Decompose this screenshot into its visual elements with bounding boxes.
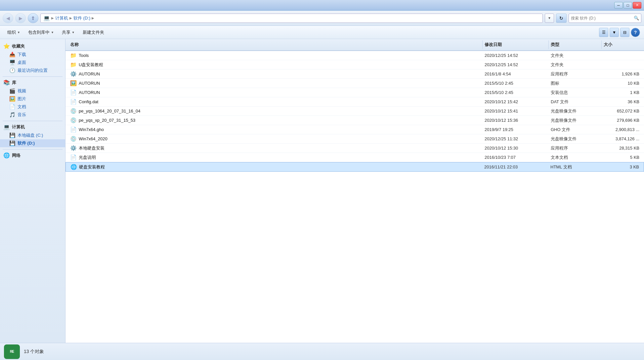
column-size[interactable]: 大小	[602, 40, 641, 49]
table-row[interactable]: 📁 U盘安装教程 2020/12/25 14:52 文件夹	[65, 60, 644, 69]
table-row[interactable]: 📁 Tools 2020/12/25 14:52 文件夹	[65, 51, 644, 60]
sidebar-item-music[interactable]: 🎵 音乐	[0, 111, 65, 119]
file-icon: 📁	[70, 52, 77, 59]
favorites-header: ⭐ 收藏夹	[0, 42, 65, 51]
file-type: HTML 文档	[548, 163, 601, 171]
sidebar-item-desktop[interactable]: 🖥️ 桌面	[0, 59, 65, 67]
table-row[interactable]: 🖼️ AUTORUN 2015/5/10 2:45 图标 10 KB	[65, 79, 644, 88]
desktop-label: 桌面	[18, 60, 26, 66]
include-library-button[interactable]: 包含到库中 ▼	[25, 27, 57, 37]
table-row[interactable]: ⚙️ 本地硬盘安装 2020/10/12 15:30 应用程序 28,315 K…	[65, 144, 644, 153]
search-button[interactable]: 🔍	[632, 14, 641, 22]
table-row[interactable]: 📄 Config.dat 2020/10/12 15:42 DAT 文件 36 …	[65, 97, 644, 107]
back-button[interactable]: ◀	[3, 13, 13, 23]
search-input[interactable]	[569, 16, 632, 21]
file-name-cell: 📁 U盘安装教程	[68, 61, 483, 68]
table-row[interactable]: 📄 光盘说明 2016/10/23 7:07 文本文档 5 KB	[65, 153, 644, 162]
path-computer[interactable]: 计算机	[55, 15, 68, 21]
file-size: 5 KB	[602, 154, 641, 160]
file-name-text: pe_yqs_1064_20_07_31_16_04	[79, 109, 141, 113]
table-row[interactable]: 💿 Win7x64_2020 2020/12/25 11:32 光盘映像文件 3…	[65, 134, 644, 144]
file-name-text: Tools	[79, 53, 89, 58]
desktop-icon: 🖥️	[9, 60, 16, 66]
file-name-cell: ⚙️ AUTORUN	[68, 70, 483, 78]
new-folder-button[interactable]: 新建文件夹	[79, 27, 107, 37]
file-icon: 📄	[70, 126, 77, 133]
file-icon: 💿	[70, 117, 77, 123]
file-size: 1,926 KB	[602, 71, 641, 77]
file-modified: 2016/10/23 7:07	[483, 154, 549, 160]
status-count: 13 个对象	[24, 349, 44, 355]
view-toggle-button[interactable]: ☰	[599, 28, 608, 37]
file-name-text: U盘安装教程	[79, 62, 103, 68]
table-row[interactable]: 💿 pe_yqs_1064_20_07_31_16_04 2020/10/12 …	[65, 107, 644, 116]
sidebar-item-recent[interactable]: 🕐 最近访问的位置	[0, 67, 65, 74]
file-name-text: 光盘说明	[79, 155, 96, 160]
path-drive[interactable]: 软件 (D:)	[73, 15, 90, 21]
share-button[interactable]: 共享 ▼	[59, 27, 78, 37]
file-size: 3 KB	[601, 164, 641, 170]
file-modified: 2016/1/8 4:54	[483, 71, 549, 77]
up-button[interactable]: ⇧	[28, 13, 38, 23]
file-name-text: 硬盘安装教程	[79, 164, 105, 170]
organize-button[interactable]: 组织 ▼	[4, 27, 23, 37]
address-dropdown-button[interactable]: ▼	[545, 14, 554, 23]
table-row[interactable]: 📄 Win7x64.gho 2019/9/7 19:25 GHO 文件 2,90…	[65, 125, 644, 134]
favorites-label: 收藏夹	[12, 43, 25, 49]
sidebar-item-video[interactable]: 🎬 视频	[0, 87, 65, 95]
c-drive-label: 本地磁盘 (C:)	[18, 132, 43, 138]
file-name-cell: 💿 pe_yqs_1064_20_07_31_16_04	[68, 107, 483, 115]
sidebar-item-d-drive[interactable]: 💾 软件 (D:)	[0, 139, 65, 147]
table-row[interactable]: 📄 AUTORUN 2015/5/10 2:45 安装信息 1 KB	[65, 88, 644, 97]
file-icon: 💿	[70, 108, 77, 114]
file-modified: 2015/5/10 2:45	[483, 89, 549, 96]
sidebar-item-document[interactable]: 📄 文档	[0, 103, 65, 111]
table-row[interactable]: ⚙️ AUTORUN 2016/1/8 4:54 应用程序 1,926 KB	[65, 69, 644, 79]
file-type: 光盘映像文件	[549, 108, 602, 115]
column-type[interactable]: 类型	[549, 40, 602, 49]
file-icon: 📁	[70, 62, 77, 68]
sidebar-item-download[interactable]: 📥 下载	[0, 51, 65, 59]
computer-header: 💻 计算机	[0, 122, 65, 131]
favorites-section: ⭐ 收藏夹 📥 下载 🖥️ 桌面 🕐 最近访问的位置	[0, 42, 65, 74]
sidebar-item-c-drive[interactable]: 💾 本地磁盘 (C:)	[0, 131, 65, 139]
close-button[interactable]: ✕	[633, 2, 641, 9]
video-icon: 🎬	[9, 88, 16, 94]
search-box: 🔍	[569, 14, 641, 23]
column-modified[interactable]: 修改日期	[483, 40, 549, 49]
sidebar-item-picture[interactable]: 🖼️ 图片	[0, 95, 65, 103]
column-name[interactable]: 名称	[68, 40, 483, 49]
file-modified: 2019/9/7 19:25	[483, 126, 549, 133]
minimize-button[interactable]: ─	[614, 2, 623, 9]
file-type: 文本文档	[549, 154, 602, 161]
network-label: 网络	[12, 153, 21, 158]
file-name-text: AUTORUN	[79, 90, 100, 95]
main-content: ⭐ 收藏夹 📥 下载 🖥️ 桌面 🕐 最近访问的位置 📚 库	[0, 39, 644, 343]
file-modified: 2020/12/25 14:52	[483, 62, 549, 68]
file-type: GHO 文件	[549, 126, 602, 133]
preview-button[interactable]: ⊟	[620, 28, 629, 37]
table-row[interactable]: 💿 pe_yqs_xp_20_07_31_15_53 2020/10/12 15…	[65, 116, 644, 125]
maximize-button[interactable]: □	[623, 2, 632, 9]
refresh-button[interactable]: ↻	[556, 14, 567, 23]
file-size: 36 KB	[602, 99, 641, 105]
file-name-cell: 💿 pe_yqs_xp_20_07_31_15_53	[68, 116, 483, 124]
library-label: 库	[12, 80, 16, 86]
forward-button[interactable]: ▶	[15, 13, 26, 23]
help-button[interactable]: ?	[631, 28, 640, 37]
file-modified: 2020/10/12 15:41	[483, 108, 549, 114]
file-icon: ⚙️	[70, 145, 77, 151]
file-icon: 📄	[70, 89, 77, 96]
file-name-text: AUTORUN	[79, 71, 100, 76]
toolbar: 组织 ▼ 包含到库中 ▼ 共享 ▼ 新建文件夹 ☰ ▼ ⊟ ?	[0, 26, 644, 39]
file-name-text: AUTORUN	[79, 81, 100, 86]
document-label: 文档	[18, 104, 26, 110]
table-row[interactable]: 🌐 硬盘安装教程 2016/11/21 22:03 HTML 文档 3 KB	[65, 162, 644, 172]
divider-2	[3, 121, 63, 121]
recent-label: 最近访问的位置	[18, 68, 48, 73]
logo-text: RE	[10, 350, 14, 353]
file-size: 652,072 KB	[602, 108, 641, 114]
path-arrow-3: ▶	[92, 16, 94, 20]
file-name-text: Win7x64_2020	[79, 136, 107, 141]
view-dropdown-button[interactable]: ▼	[610, 28, 619, 37]
